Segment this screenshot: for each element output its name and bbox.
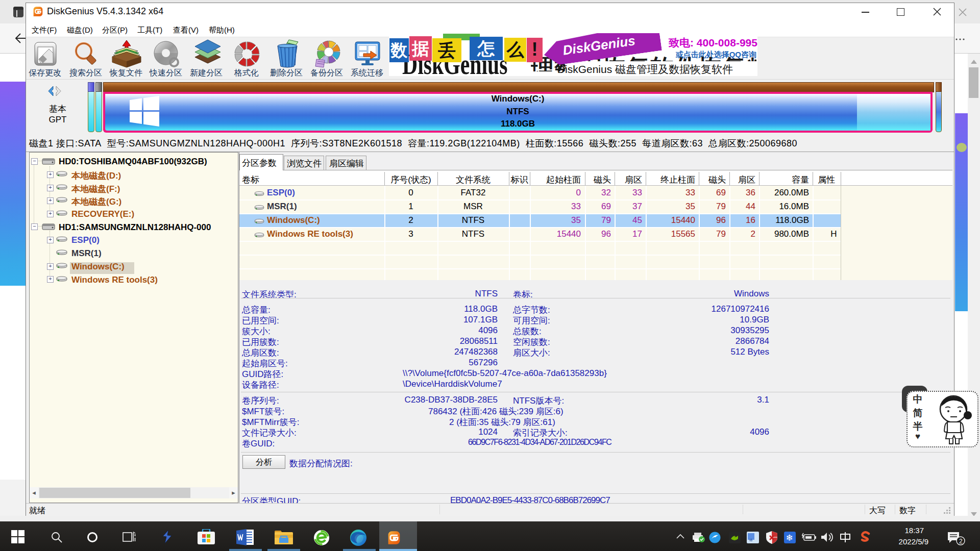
svg-text:2: 2 (959, 538, 963, 545)
svg-text:i8: i8 (749, 538, 753, 542)
svg-text:❄: ❄ (786, 533, 793, 543)
